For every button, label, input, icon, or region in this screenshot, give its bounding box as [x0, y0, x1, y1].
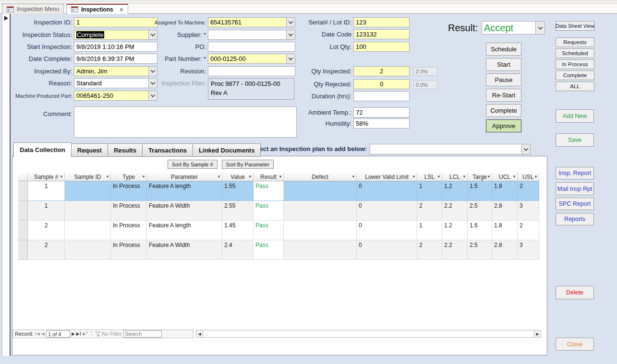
cell-ucl[interactable]: 2.8	[492, 240, 518, 260]
cell-defect[interactable]	[284, 201, 357, 221]
result-combo[interactable]: Accept	[482, 21, 545, 35]
cell-result[interactable]: Pass	[254, 181, 284, 201]
close-icon[interactable]: ×	[120, 6, 123, 13]
cell-parameter[interactable]: Feature A length	[147, 181, 222, 201]
cell-targe[interactable]: 2.5	[468, 201, 492, 221]
cell-lsl[interactable]: 2	[417, 201, 442, 221]
cell-defect[interactable]	[284, 181, 357, 201]
comment-input[interactable]	[74, 106, 297, 138]
cell-targe[interactable]: 1.5	[468, 221, 492, 240]
doc-tab-inspections[interactable]: Inspections ×	[66, 4, 128, 14]
nav-last-icon[interactable]: ▶	[76, 332, 81, 336]
cell-type[interactable]: In Process	[111, 221, 147, 240]
column-header-lcl[interactable]: LCL▼	[442, 173, 468, 181]
column-filter-icon[interactable]: ▼	[534, 175, 538, 179]
scrollbar-track[interactable]	[203, 330, 534, 338]
in-process-button[interactable]: In Process	[556, 59, 594, 69]
nav-new-record-icon[interactable]: ▶*	[83, 331, 88, 336]
cell-result[interactable]: Pass	[254, 240, 284, 260]
requests-button[interactable]: Requests	[556, 37, 594, 47]
lot-qty-input[interactable]: 100	[353, 42, 410, 52]
search-input[interactable]	[123, 330, 162, 338]
tab-data-collection[interactable]: Data Collection	[13, 142, 72, 157]
cell-sample[interactable]: 1	[28, 201, 65, 221]
cell-value[interactable]: 2.4	[222, 240, 254, 260]
column-header-result[interactable]: Result▼	[254, 173, 284, 181]
no-filter-toggle[interactable]: No Filter	[95, 331, 122, 337]
column-filter-icon[interactable]: ▼	[351, 175, 355, 179]
cell-lower-valid-limit[interactable]: 0	[357, 201, 417, 221]
cell-lsl[interactable]: 2	[417, 240, 442, 260]
cell-usl[interactable]: 3	[518, 240, 539, 260]
column-filter-icon[interactable]: ▼	[60, 175, 63, 179]
data-sheet-view-button[interactable]: Data Sheet View	[556, 21, 594, 31]
cell-value[interactable]: 1.55	[222, 181, 254, 201]
revision-input[interactable]	[208, 66, 295, 76]
select-all-corner[interactable]	[18, 173, 28, 181]
cell-targe[interactable]: 2.5	[468, 240, 492, 260]
column-filter-icon[interactable]: ▼	[142, 175, 145, 179]
cell-ucl[interactable]: 1.8	[492, 221, 518, 240]
column-header-sample[interactable]: Sample #▼	[28, 173, 65, 181]
column-header-parameter[interactable]: Parameter▼	[147, 173, 222, 181]
column-filter-icon[interactable]: ▼	[106, 175, 109, 179]
cell-type[interactable]: In Process	[111, 201, 147, 221]
humidity-input[interactable]: 58%	[353, 118, 410, 129]
cell-targe[interactable]: 1.5	[468, 181, 492, 201]
date-code-input[interactable]: 123132	[353, 29, 410, 39]
column-filter-icon[interactable]: ▼	[278, 175, 282, 179]
row-selector[interactable]	[18, 181, 28, 201]
complete-button[interactable]: Complete	[486, 104, 521, 117]
sort-by-sample-button[interactable]: Sort By Sample #	[168, 160, 218, 169]
cell-lcl[interactable]: 2.2	[442, 201, 468, 221]
cell-sample[interactable]: 2	[28, 240, 65, 260]
insp-report-button[interactable]: Insp. Report	[556, 167, 594, 179]
column-header-defect[interactable]: Defect▼	[284, 173, 357, 181]
cell-defect[interactable]	[284, 221, 357, 240]
column-filter-icon[interactable]: ▼	[437, 175, 441, 179]
close-button[interactable]: Close	[556, 338, 594, 351]
cell-sample[interactable]: 2	[28, 221, 65, 240]
spc-report-button[interactable]: SPC Report	[556, 198, 594, 210]
column-header-value[interactable]: Value▼	[222, 173, 254, 181]
select-plan-combo[interactable]	[370, 144, 531, 154]
column-filter-icon[interactable]: ▼	[487, 175, 491, 179]
save-button[interactable]: Save	[556, 133, 594, 147]
row-selector[interactable]	[18, 221, 28, 240]
reports-button[interactable]: Reports	[556, 213, 594, 225]
cell-type[interactable]: In Process	[111, 181, 147, 201]
column-header-type[interactable]: Type▼	[111, 173, 147, 181]
cell-parameter[interactable]: Feature A Width	[147, 201, 222, 221]
complete-button[interactable]: Complete	[556, 70, 594, 80]
row-selector[interactable]	[18, 240, 28, 260]
schedule-button[interactable]: Schedule	[486, 43, 521, 56]
tab-results[interactable]: Results	[108, 143, 143, 157]
cell-value[interactable]: 2.55	[222, 201, 254, 221]
pause-button[interactable]: Pause	[486, 73, 521, 86]
cell-lower-valid-limit[interactable]: 0	[357, 181, 417, 201]
re-start-button[interactable]: Re-Start	[486, 89, 521, 102]
assigned-to-machine-combo[interactable]: 654135761	[208, 17, 295, 27]
chevron-down-icon[interactable]	[535, 21, 545, 35]
cell-lsl[interactable]: 1	[417, 221, 442, 240]
cell-usl[interactable]: 2	[518, 221, 539, 240]
ambient-temp-input[interactable]: 72	[353, 107, 410, 117]
tab-request[interactable]: Request	[72, 143, 108, 157]
all-button[interactable]: ALL	[556, 82, 594, 91]
cell-lower-valid-limit[interactable]: 0	[357, 240, 417, 260]
add-new-button[interactable]: Add New	[556, 109, 594, 123]
column-filter-icon[interactable]: ▼	[217, 175, 221, 179]
cell-lcl[interactable]: 1.2	[442, 221, 468, 240]
cell-sample-id[interactable]	[65, 240, 111, 260]
part-number-combo[interactable]: 000-0125-00	[208, 54, 295, 64]
duration-input[interactable]	[353, 91, 410, 101]
column-filter-icon[interactable]: ▼	[512, 175, 516, 179]
cell-value[interactable]: 1.45	[222, 221, 254, 240]
column-header-ucl[interactable]: UCL▼	[492, 173, 518, 181]
cell-usl[interactable]: 3	[518, 201, 539, 221]
doc-tab-inspection-menu[interactable]: Inspection Menu	[2, 4, 64, 14]
cell-result[interactable]: Pass	[254, 221, 284, 240]
cell-lsl[interactable]: 1	[417, 181, 442, 201]
nav-next-icon[interactable]: ▶	[72, 332, 75, 336]
cell-sample[interactable]: 1	[28, 181, 65, 201]
